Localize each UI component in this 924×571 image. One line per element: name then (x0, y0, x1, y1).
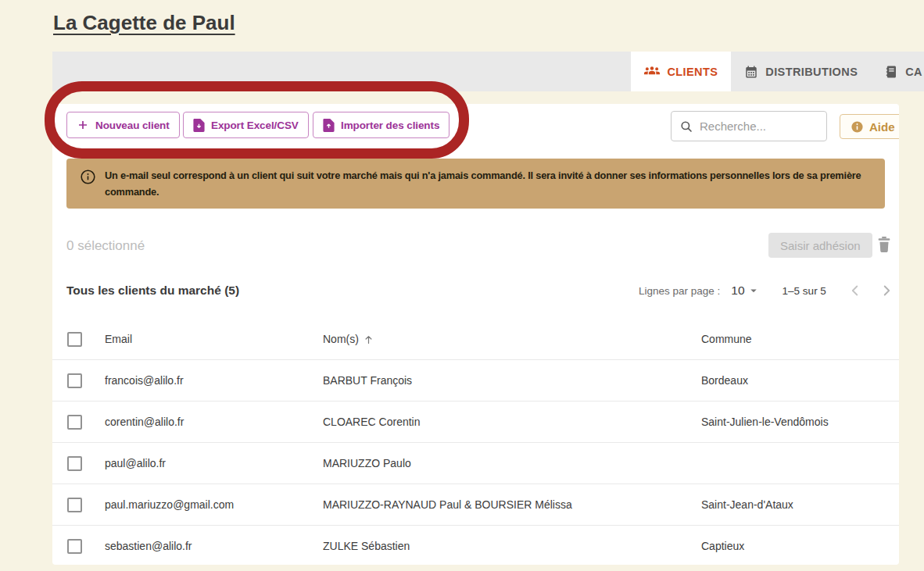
row-checkbox[interactable] (67, 415, 82, 430)
column-header-names-label: Nom(s) (323, 333, 359, 345)
help-label: Aide (869, 120, 895, 134)
row-checkbox[interactable] (67, 373, 82, 388)
search-icon (679, 120, 693, 134)
rows-per-page-label: Lignes par page : (639, 285, 720, 297)
new-client-button[interactable]: Nouveau client (66, 112, 180, 138)
delete-button[interactable] (876, 232, 899, 257)
people-icon (644, 66, 660, 77)
cell-email: francois@alilo.fr (105, 374, 323, 387)
row-checkbox[interactable] (67, 539, 82, 554)
tab-label: DISTRIBUTIONS (765, 66, 858, 78)
cell-name: MARIUZZO-RAYNAUD Paul & BOURSIER Mélissa (323, 498, 701, 511)
table-row[interactable]: paul.mariuzzo@gmail.com MARIUZZO-RAYNAUD… (52, 484, 899, 526)
cell-name: ZULKE Sébastien (323, 540, 701, 552)
info-banner: Un e-mail seul correspond à un client qu… (66, 159, 885, 209)
page-title[interactable]: La Cagette de Paul (53, 11, 235, 35)
calendar-icon (744, 65, 758, 79)
new-client-label: Nouveau client (95, 120, 170, 131)
tab-catalogue[interactable]: CA (871, 52, 924, 91)
banner-text: Un e-mail seul correspond à un client qu… (105, 167, 874, 200)
previous-page-button[interactable] (847, 282, 864, 299)
row-checkbox[interactable] (67, 456, 82, 471)
content-card: Nouveau client Export Excel/CSV Importer… (52, 104, 899, 565)
info-outline-icon (80, 169, 96, 185)
info-icon (851, 120, 864, 134)
search-input[interactable] (700, 120, 809, 133)
tab-label: CA (905, 66, 922, 78)
table-header-row: Email Nom(s) Commune (52, 319, 899, 360)
column-header-email[interactable]: Email (105, 333, 323, 345)
import-clients-button[interactable]: Importer des clients (313, 112, 449, 138)
column-header-names[interactable]: Nom(s) (323, 333, 701, 346)
selection-count: 0 sélectionné (66, 238, 145, 254)
pagination: Lignes par page : 10 1–5 sur 5 (639, 277, 895, 304)
import-label: Importer des clients (341, 120, 439, 131)
cell-name: CLOAREC Corentin (323, 416, 701, 428)
column-header-commune[interactable]: Commune (701, 333, 899, 345)
cell-commune: Bordeaux (701, 374, 899, 387)
clients-table: Email Nom(s) Commune francois@alilo.fr B… (52, 319, 899, 565)
rows-per-page-select[interactable]: 10 (731, 284, 760, 298)
help-button[interactable]: Aide (840, 114, 899, 139)
table-title: Tous les clients du marché (5) (66, 284, 239, 298)
row-checkbox[interactable] (67, 498, 82, 512)
table-row[interactable]: corentin@alilo.fr CLOAREC Corentin Saint… (52, 401, 899, 443)
pagination-range: 1–5 sur 5 (783, 285, 826, 297)
tab-label: CLIENTS (667, 66, 718, 78)
export-label: Export Excel/CSV (211, 120, 299, 131)
cell-commune: Captieux (701, 540, 899, 552)
table-row[interactable]: francois@alilo.fr BARBUT François Bordea… (52, 360, 899, 401)
catalog-icon (884, 65, 898, 79)
table-row[interactable]: sebastien@alilo.fr ZULKE Sébastien Capti… (52, 526, 899, 565)
table-row[interactable]: paul@alilo.fr MARIUZZO Paulo (52, 443, 899, 484)
membership-button[interactable]: Saisir adhésion (768, 233, 872, 258)
cell-email: sebastien@alilo.fr (105, 540, 323, 552)
cell-email: paul@alilo.fr (105, 457, 323, 469)
main-nav: CLIENTS DISTRIBUTIONS CA (52, 52, 924, 91)
cell-commune: Saint-Julien-le-Vendômois (701, 416, 899, 428)
caret-down-icon (747, 284, 761, 298)
trash-icon (876, 235, 899, 254)
plus-icon (77, 119, 89, 131)
next-page-button[interactable] (878, 282, 895, 299)
cell-name: BARBUT François (323, 374, 701, 387)
cell-name: MARIUZZO Paulo (323, 457, 701, 469)
rows-per-page-value: 10 (731, 284, 744, 298)
export-excel-csv-button[interactable]: Export Excel/CSV (183, 112, 309, 138)
sort-ascending-icon (362, 333, 375, 346)
cell-commune: Saint-Jean-d'Ataux (701, 498, 899, 511)
search-box (671, 111, 827, 141)
tab-clients[interactable]: CLIENTS (631, 52, 731, 91)
select-all-checkbox[interactable] (67, 332, 82, 347)
file-download-icon (193, 119, 205, 132)
tab-distributions[interactable]: DISTRIBUTIONS (731, 52, 871, 91)
cell-email: corentin@alilo.fr (105, 416, 323, 428)
cell-email: paul.mariuzzo@gmail.com (105, 498, 323, 511)
file-upload-icon (323, 119, 335, 132)
